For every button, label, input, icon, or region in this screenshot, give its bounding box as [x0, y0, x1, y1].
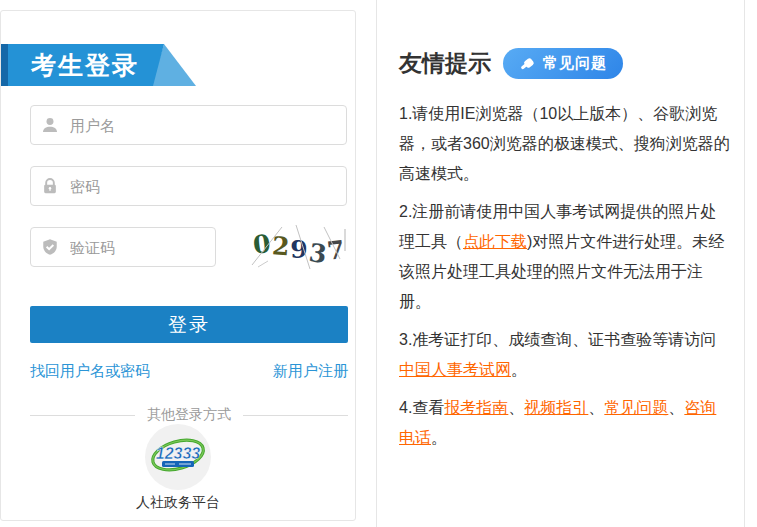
tip-link[interactable]: 中国人事考试网	[399, 361, 511, 378]
tip-item: 1.请使用IE浏览器（10以上版本）、谷歌浏览器，或者360浏览器的极速模式、搜…	[399, 99, 732, 189]
pointing-hand-icon	[519, 55, 536, 72]
tips-list: 1.请使用IE浏览器（10以上版本）、谷歌浏览器，或者360浏览器的极速模式、搜…	[399, 99, 732, 453]
tip-text: 、	[508, 399, 524, 416]
username-field[interactable]	[30, 105, 347, 145]
provider-login-button[interactable]: 12333	[1, 424, 355, 494]
provider-caption: 人社政务平台	[1, 494, 355, 512]
tip-text: 、	[588, 399, 604, 416]
login-links-row: 找回用户名或密码 新用户注册	[30, 362, 348, 381]
tip-text: 、	[668, 399, 684, 416]
other-login-divider: 其他登录方式	[30, 406, 348, 424]
lock-icon	[41, 177, 59, 195]
logo-number: 12333	[156, 445, 201, 462]
tip-text: 4.查看	[399, 399, 444, 416]
captcha-image[interactable]: 02937	[244, 225, 354, 269]
login-button[interactable]: 登录	[30, 306, 348, 343]
other-login-label: 其他登录方式	[147, 406, 231, 424]
tip-link[interactable]: 报考指南	[444, 399, 508, 416]
faq-button[interactable]: 常见问题	[503, 48, 623, 79]
12333-logo: 12333	[145, 424, 211, 490]
tip-text: 。	[511, 361, 527, 378]
login-card: 考生登录 02937	[0, 10, 356, 521]
tip-item: 3.准考证打印、成绩查询、证书查验等请访问中国人事考试网。	[399, 325, 732, 385]
captcha-input[interactable]	[68, 238, 271, 257]
divider-line-left	[30, 415, 135, 416]
user-icon	[41, 116, 59, 134]
tip-link[interactable]: 常见问题	[604, 399, 668, 416]
new-user-register-link[interactable]: 新用户注册	[273, 362, 348, 381]
tips-header: 友情提示 常见问题	[399, 48, 732, 79]
tips-title: 友情提示	[399, 48, 491, 79]
tip-item: 2.注册前请使用中国人事考试网提供的照片处理工具（点此下载)对照片文件进行处理。…	[399, 197, 732, 317]
username-input[interactable]	[68, 116, 336, 135]
password-field[interactable]	[30, 166, 347, 206]
login-title: 考生登录	[31, 44, 139, 86]
tip-text: 。	[431, 429, 447, 446]
shield-check-icon	[41, 238, 59, 256]
tip-link[interactable]: 点此下载	[463, 233, 527, 250]
divider-line-right	[243, 415, 348, 416]
captcha-field[interactable]	[30, 227, 216, 267]
tip-text: 3.准考证打印、成绩查询、证书查验等请访问	[399, 331, 716, 348]
tip-item: 4.查看报考指南、视频指引、常见问题、咨询电话。	[399, 393, 732, 453]
tip-text: 1.请使用IE浏览器（10以上版本）、谷歌浏览器，或者360浏览器的极速模式、搜…	[399, 105, 730, 182]
password-input[interactable]	[68, 177, 336, 196]
ribbon-fold	[1, 44, 8, 86]
faq-button-label: 常见问题	[543, 54, 607, 73]
forgot-credentials-link[interactable]: 找回用户名或密码	[30, 362, 150, 381]
page: 考生登录 02937	[0, 0, 757, 527]
tip-link[interactable]: 视频指引	[524, 399, 588, 416]
tips-panel: 友情提示 常见问题 1.请使用IE浏览器（10以上版本）、谷歌浏览器，或者360…	[376, 0, 745, 527]
captcha-noise-lines	[244, 225, 354, 269]
